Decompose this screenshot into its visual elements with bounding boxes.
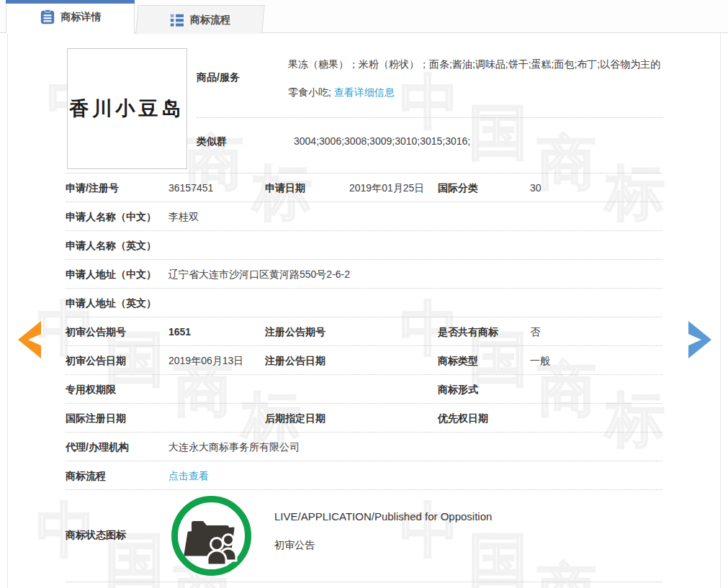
view-process-link[interactable]: 点击查看 <box>168 461 209 490</box>
table-row: 商标流程点击查看 <box>66 461 662 490</box>
table-row: 初审公告日期2019年06月13日注册公告日期商标类型一般 <box>66 346 662 375</box>
field-value: 30 <box>530 173 541 202</box>
table-row: 申请人名称（中文）李桂双 <box>66 202 662 231</box>
field-label: 初审公告日期 <box>66 346 126 375</box>
field-label: 代理/办理机构 <box>66 433 129 461</box>
field-value: 一般 <box>530 346 550 375</box>
field-label: 商标形式 <box>438 375 478 404</box>
tab-trademark-process[interactable]: 商标流程 <box>135 5 264 34</box>
next-trademark-arrow[interactable] <box>686 320 714 360</box>
field-label: 申请人地址（中文） <box>66 260 156 289</box>
view-details-link[interactable]: 查看详细信息 <box>334 86 395 98</box>
field-value: 辽宁省大连市沙河口区黄河路550号2-6-2 <box>168 260 350 289</box>
detail-panel: 中国商标中国商标中国商标中国商标中国商标中国商标 香川小豆岛 商品/服务 果冻（… <box>7 33 721 588</box>
similar-group-value: 3004;3006;3008;3009;3010;3015;3016; <box>294 135 470 147</box>
trademark-image: 香川小豆岛 <box>67 48 187 169</box>
field-label: 专用权期限 <box>66 375 116 404</box>
field-label: 申请人名称（英文） <box>66 231 156 260</box>
status-icon-label: 商标状态图标 <box>66 529 126 542</box>
field-value: 否 <box>530 317 540 346</box>
status-section: 商标状态图标 LIVE/APPLICATION/Published for Op… <box>66 490 662 582</box>
goods-services-value: 果冻（糖果）；米粉（粉状）；面条;酱油;调味品;饼干;蛋糕;面包;布丁;以谷物为… <box>288 50 670 107</box>
field-label: 商标类型 <box>438 346 478 375</box>
trademark-status-icon <box>170 494 253 577</box>
field-label: 初审公告期号 <box>66 317 126 346</box>
field-label: 商标流程 <box>66 461 106 490</box>
table-row: 申请人名称（英文） <box>66 231 662 260</box>
table-row: 申请/注册号36157451申请日期2019年01月25日国际分类30 <box>66 173 662 202</box>
field-label: 后期指定日期 <box>265 404 325 433</box>
table-row: 申请人地址（中文）辽宁省大连市沙河口区黄河路550号2-6-2 <box>66 260 662 289</box>
trademark-detail-page: 商标详情 商标流程 中国商标中国商标中国商标中国商标中国商标中国商标 香川小豆岛… <box>0 0 728 588</box>
document-list-icon <box>40 9 55 25</box>
top-section: 香川小豆岛 商品/服务 果冻（糖果）；米粉（粉状）；面条;酱油;调味品;饼干;蛋… <box>8 33 721 173</box>
field-value: 2019年06月13日 <box>168 346 243 375</box>
field-value: 1651 <box>168 317 191 346</box>
table-row: 国际注册日期后期指定日期优先权日期 <box>66 404 662 433</box>
detail-rows: 申请/注册号36157451申请日期2019年01月25日国际分类30申请人名称… <box>66 173 662 490</box>
field-label: 国际注册日期 <box>66 404 126 433</box>
field-label: 申请日期 <box>265 173 305 202</box>
field-label: 申请人地址（英文） <box>66 289 156 317</box>
table-row: 初审公告期号1651注册公告期号是否共有商标否 <box>66 317 662 346</box>
table-row: 申请人地址（英文） <box>66 289 662 317</box>
table-row: 代理/办理机构大连永大商标事务所有限公司 <box>66 433 662 461</box>
tab-label: 商标流程 <box>190 14 230 27</box>
table-row: 专用权期限商标形式 <box>66 375 662 404</box>
status-row: 商标状态图标 LIVE/APPLICATION/Published for Op… <box>66 490 662 582</box>
tab-label: 商标详情 <box>61 11 102 24</box>
list-icon <box>170 13 184 27</box>
status-text-en: LIVE/APPLICATION/Published for Oppositio… <box>274 510 492 523</box>
tab-trademark-detail[interactable]: 商标详情 <box>6 0 135 34</box>
field-value: 李桂双 <box>168 202 199 231</box>
status-text-cn: 初审公告 <box>274 539 315 552</box>
field-label: 申请/注册号 <box>66 173 119 202</box>
field-label: 优先权日期 <box>438 404 488 433</box>
field-label: 申请人名称（中文） <box>66 202 156 231</box>
similar-group-label: 类似群 <box>197 135 227 148</box>
field-value: 大连永大商标事务所有限公司 <box>168 433 300 461</box>
field-label: 是否共有商标 <box>438 317 498 346</box>
tab-bar: 商标详情 商标流程 <box>0 0 728 33</box>
prev-trademark-arrow[interactable] <box>15 320 44 360</box>
field-value: 2019年01月25日 <box>349 173 424 202</box>
field-label: 注册公告日期 <box>265 346 325 375</box>
divider <box>197 117 663 118</box>
goods-services-label: 商品/服务 <box>197 71 240 84</box>
trademark-image-text: 香川小豆岛 <box>70 96 185 122</box>
field-value: 36157451 <box>168 173 213 202</box>
field-label: 国际分类 <box>438 173 478 202</box>
field-label: 注册公告期号 <box>265 317 325 346</box>
